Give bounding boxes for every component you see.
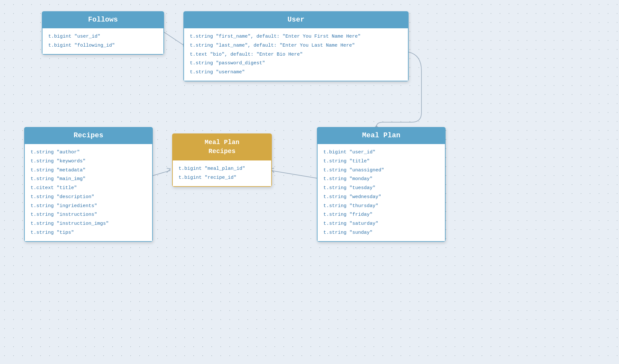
follows-table: Follows t.bigint "user_id" t.bigint "fol…	[42, 11, 164, 55]
recipes-field-1: t.string "keywords"	[31, 157, 146, 166]
mp-field-4: t.string "tuesday"	[323, 184, 439, 193]
user-field-0: t.string "first_name", default: "Enter Y…	[190, 32, 402, 41]
mpr-field-0: t.bigint "meal_plan_id"	[179, 164, 265, 173]
meal-plan-recipes-header: Meal PlanRecipes	[172, 133, 272, 160]
recipes-field-6: t.string "ingriedients"	[31, 202, 146, 211]
meal-plan-recipes-body: t.bigint "meal_plan_id" t.bigint "recipe…	[172, 160, 272, 187]
recipes-field-4: t.citext "title"	[31, 184, 146, 193]
follows-table-body: t.bigint "user_id" t.bigint "following_i…	[42, 28, 164, 55]
recipes-table-header: Recipes	[24, 127, 153, 144]
follows-field-1: t.bigint "following_id"	[48, 41, 158, 50]
recipes-table-body: t.string "author" t.string "keywords" t.…	[24, 144, 153, 242]
mp-field-8: t.string "saturday"	[323, 219, 439, 228]
user-table-body: t.string "first_name", default: "Enter Y…	[183, 28, 409, 81]
user-table-header: User	[183, 11, 409, 28]
mp-field-1: t.string "title"	[323, 157, 439, 166]
follows-title: Follows	[88, 16, 118, 24]
recipes-field-7: t.string "instructions"	[31, 210, 146, 219]
recipes-field-5: t.string "description"	[31, 193, 146, 202]
user-field-1: t.string "last_name", default: "Enter Yo…	[190, 41, 402, 50]
meal-plan-table: Meal Plan t.bigint "user_id" t.string "t…	[317, 127, 446, 242]
recipes-table: Recipes t.string "author" t.string "keyw…	[24, 127, 153, 242]
recipes-field-8: t.string "instruction_imgs"	[31, 219, 146, 228]
mp-field-3: t.string "monday"	[323, 175, 439, 184]
meal-plan-title: Meal Plan	[362, 132, 401, 140]
mp-field-7: t.string "friday"	[323, 210, 439, 219]
recipes-title: Recipes	[74, 132, 103, 140]
diagram-container: Follows t.bigint "user_id" t.bigint "fol…	[0, 0, 619, 364]
recipes-field-2: t.string "metadata"	[31, 166, 146, 175]
mp-field-5: t.string "wednesday"	[323, 193, 439, 202]
svg-line-11	[270, 170, 319, 178]
meal-plan-body: t.bigint "user_id" t.string "title" t.st…	[317, 144, 446, 242]
follows-table-header: Follows	[42, 11, 164, 28]
user-field-3: t.string "password_digest"	[190, 59, 402, 68]
meal-plan-recipes-table: Meal PlanRecipes t.bigint "meal_plan_id"…	[172, 133, 272, 187]
mp-field-0: t.bigint "user_id"	[323, 148, 439, 157]
mpr-field-1: t.bigint "recipe_id"	[179, 173, 265, 182]
mp-field-2: t.string "unassigned"	[323, 166, 439, 175]
svg-line-10	[167, 169, 171, 173]
meal-plan-header: Meal Plan	[317, 127, 446, 144]
user-field-4: t.string "username"	[190, 68, 402, 77]
recipes-field-3: t.string "main_img"	[31, 175, 146, 184]
follows-field-0: t.bigint "user_id"	[48, 32, 158, 41]
user-table: User t.string "first_name", default: "En…	[183, 11, 409, 81]
recipes-field-0: t.string "author"	[31, 148, 146, 157]
user-title: User	[288, 16, 305, 24]
recipes-field-9: t.string "tips"	[31, 228, 146, 237]
svg-line-0	[164, 32, 183, 45]
user-field-2: t.text "bio", default: "Enter Bio Here"	[190, 50, 402, 59]
svg-line-9	[167, 168, 171, 169]
mp-field-6: t.string "thursday"	[323, 202, 439, 211]
mp-field-9: t.string "sunday"	[323, 228, 439, 237]
